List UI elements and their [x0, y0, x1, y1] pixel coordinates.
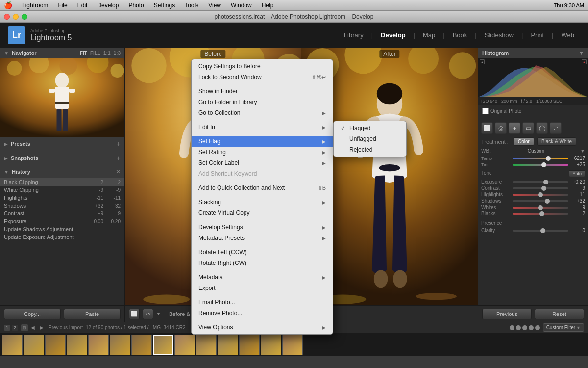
filter-dot-4[interactable] [529, 325, 534, 330]
ctx-item-metadata-presets[interactable]: Metadata Presets▶ [192, 233, 333, 243]
original-photo-checkbox[interactable] [482, 108, 489, 114]
temp-thumb[interactable] [546, 156, 551, 161]
filter-dot-1[interactable] [510, 325, 514, 330]
exposure-slider[interactable] [513, 181, 568, 183]
color-treatment-btn[interactable]: Color [514, 137, 534, 146]
flag-submenu-item-flagged[interactable]: ✓Flagged [334, 123, 406, 133]
ctx-item-metadata[interactable]: Metadata▶ [192, 272, 333, 283]
reset-button[interactable]: Reset [535, 309, 584, 319]
crop-overlay-tool[interactable]: ⬜ [481, 122, 493, 134]
paste-button[interactable]: Paste [64, 309, 121, 319]
previous-button[interactable]: Previous [482, 309, 532, 319]
highlight-clip-indicator[interactable]: ▲ [582, 59, 587, 64]
menu-edit[interactable]: Edit [75, 1, 90, 10]
close-button[interactable] [4, 14, 10, 20]
ctx-item-export[interactable]: Export [192, 283, 333, 293]
fit-fit[interactable]: FIT [80, 51, 87, 56]
snapshots-add[interactable]: + [117, 154, 121, 162]
ctx-item-lock-to-second-window[interactable]: Lock to Second Window⇧⌘↩ [192, 72, 333, 82]
history-item[interactable]: Shadows+3232 [0, 202, 124, 210]
shadows-thumb[interactable] [545, 199, 550, 204]
fit-1-3[interactable]: 1:3 [114, 51, 121, 56]
exposure-thumb[interactable] [543, 180, 548, 184]
module-print[interactable]: Print [525, 29, 550, 41]
tint-slider[interactable] [513, 164, 568, 166]
ctx-item-create-virtual-copy[interactable]: Create Virtual Copy [192, 208, 333, 218]
film-thumb[interactable] [45, 335, 66, 355]
apple-menu[interactable]: 🍎 [4, 1, 12, 9]
blacks-thumb[interactable] [539, 211, 544, 216]
shadows-slider[interactable] [513, 200, 568, 202]
grad-filter-tool[interactable]: ▭ [522, 122, 534, 134]
menu-window[interactable]: Window [229, 1, 254, 10]
film-thumb[interactable] [196, 335, 217, 355]
auto-btn[interactable]: Auto [569, 170, 585, 177]
radial-filter-tool[interactable]: ◯ [536, 122, 548, 134]
ctx-item-set-flag[interactable]: Set Flag▶ [192, 136, 333, 147]
film-thumb[interactable] [261, 335, 281, 355]
ctx-item-go-to-collection[interactable]: Go to Collection▶ [192, 107, 333, 118]
filter-dot-5[interactable] [535, 325, 540, 330]
navigator-header[interactable]: ▼ Navigator FIT FILL 1:1 1:3 [0, 48, 124, 58]
history-item[interactable]: White Clipping-9-9 [0, 186, 124, 194]
filmstrip-grid-view[interactable]: ⊞ [21, 324, 28, 331]
film-thumb[interactable] [2, 335, 23, 355]
highlights-thumb[interactable] [538, 192, 543, 197]
history-close[interactable]: ✕ [116, 168, 121, 175]
page-1[interactable]: 1 [4, 325, 10, 331]
module-web[interactable]: Web [556, 29, 581, 41]
filmstrip-next-arrow[interactable]: ▶ [38, 324, 46, 332]
film-thumb[interactable] [24, 335, 44, 355]
ctx-item-remove-photo[interactable]: Remove Photo... [192, 308, 333, 318]
flag-submenu-item-rejected[interactable]: ✓Rejected [334, 144, 406, 155]
ctx-item-copy-settings-to-before[interactable]: Copy Settings to Before [192, 61, 333, 72]
film-thumb[interactable] [88, 335, 109, 355]
ctx-item-add-to-quick-collection-and-next[interactable]: Add to Quick Collection and Next⇧B [192, 183, 333, 193]
ctx-item-email-photo[interactable]: Email Photo... [192, 297, 333, 308]
history-item[interactable]: Highlights-11-11 [0, 194, 124, 202]
film-thumb[interactable] [153, 335, 173, 355]
temp-slider[interactable] [513, 158, 568, 159]
tint-thumb[interactable] [541, 162, 546, 167]
menu-lightroom[interactable]: Lightroom [20, 1, 50, 10]
ctx-item-go-to-folder-in-library[interactable]: Go to Folder in Library [192, 97, 333, 107]
blacks-slider[interactable] [513, 213, 568, 215]
presets-add[interactable]: + [117, 140, 121, 148]
maximize-button[interactable] [22, 14, 27, 20]
contrast-slider[interactable] [513, 187, 568, 189]
contrast-thumb[interactable] [541, 186, 546, 191]
ctx-item-stacking[interactable]: Stacking▶ [192, 197, 333, 208]
copy-button[interactable]: Copy... [4, 309, 61, 319]
ctx-item-set-color-label[interactable]: Set Color Label▶ [192, 158, 333, 168]
menu-develop[interactable]: Develop [95, 1, 121, 10]
shadow-clip-indicator[interactable]: ▲ [480, 59, 485, 64]
module-slideshow[interactable]: Slideshow [479, 29, 519, 41]
histogram-header[interactable]: Histogram ▼ [478, 48, 588, 58]
custom-filter-dropdown[interactable]: Custom Filter ▼ [543, 323, 584, 332]
ctx-item-set-rating[interactable]: Set Rating▶ [192, 147, 333, 158]
snapshots-header[interactable]: ▶ Snapshots + [0, 151, 124, 165]
presets-header[interactable]: ▶ Presets + [0, 137, 124, 151]
ctx-item-develop-settings[interactable]: Develop Settings▶ [192, 222, 333, 233]
film-thumb[interactable] [174, 335, 195, 355]
film-thumb[interactable] [67, 335, 87, 355]
menu-view[interactable]: View [206, 1, 223, 10]
menu-file[interactable]: File [56, 1, 69, 10]
history-item[interactable]: Exposure0.000.20 [0, 217, 124, 225]
ctx-item-rotate-right-cw[interactable]: Rotate Right (CW) [192, 258, 333, 268]
history-item[interactable]: Update Exposure Adjustment [0, 233, 124, 241]
history-header[interactable]: ▼ History ✕ [0, 165, 124, 178]
film-thumb[interactable] [282, 335, 303, 355]
whites-slider[interactable] [513, 207, 568, 209]
menu-photo[interactable]: Photo [126, 1, 146, 10]
filmstrip-prev-arrow[interactable]: ◀ [29, 324, 37, 332]
film-thumb[interactable] [218, 335, 238, 355]
clarity-slider[interactable] [513, 230, 568, 232]
menu-tools[interactable]: Tools [183, 1, 200, 10]
module-book[interactable]: Book [447, 29, 473, 41]
clarity-thumb[interactable] [540, 228, 545, 233]
adjustment-brush-tool[interactable]: ⇌ [550, 122, 562, 134]
menu-help[interactable]: Help [260, 1, 276, 10]
module-map[interactable]: Map [417, 29, 441, 41]
flag-submenu-item-unflagged[interactable]: ✓Unflagged [334, 133, 406, 144]
